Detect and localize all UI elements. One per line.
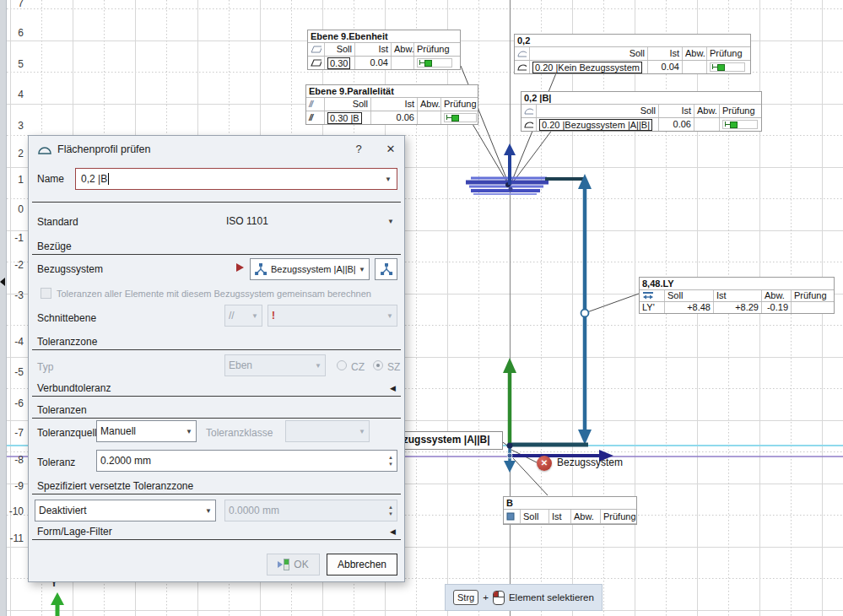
help-button[interactable]: ? <box>348 141 370 158</box>
toleranzklasse-label: Toleranzklasse <box>206 427 273 439</box>
soll-value: 0.20 |Bezugssystem |A||B| <box>539 119 652 131</box>
abw-value <box>694 118 720 131</box>
ruler-label: -8 <box>5 454 24 466</box>
ist-value: 0.04 <box>648 61 683 73</box>
datum-system-axes[interactable] <box>503 358 613 473</box>
ruler-label: -4 <box>5 336 24 348</box>
col-header-soll: Soll <box>325 98 371 111</box>
chevron-down-icon: ▼ <box>387 218 394 225</box>
table-title: 0,2 |B| <box>521 92 761 105</box>
toleranzquelle-dropdown[interactable]: Manuell ▼ <box>96 420 197 442</box>
row-label: LY' <box>640 302 665 313</box>
ok-button[interactable]: OK <box>267 554 320 575</box>
surface-profile-icon <box>521 118 537 131</box>
collapse-arrow-icon[interactable]: ◀ <box>390 527 396 536</box>
col-header-pruefung: Prüfung <box>720 105 763 117</box>
chevron-down-icon[interactable]: ▼ <box>385 176 392 183</box>
pruefung-indicator <box>441 111 479 124</box>
typ-value: Eben <box>229 359 311 371</box>
ruler-label: 3 <box>5 120 24 132</box>
ruler-label: -10 <box>5 505 24 517</box>
datum-axis-label: Bezugssystem <box>557 457 623 468</box>
flatness-icon <box>308 57 325 69</box>
section-form-lage-filter: Form/Lage-Filter <box>37 526 112 538</box>
col-header-soll: Soll <box>537 105 659 117</box>
required-marker-icon <box>236 263 244 272</box>
ruler-label: 5 <box>5 58 24 70</box>
pruefung-value <box>792 302 835 313</box>
gemeinsam-berechnen-checkbox[interactable] <box>41 288 51 299</box>
standard-dropdown[interactable]: ISO 1101 ▼ <box>223 210 397 232</box>
radio-cz-label: CZ <box>351 361 365 373</box>
schnittebene-mode-dropdown: // ▼ <box>224 305 262 327</box>
datum-system-icon <box>254 263 267 275</box>
toleranzquelle-label: Toleranzquelle <box>37 427 102 439</box>
hint-tooltip: Strg + Element selektieren <box>445 584 603 611</box>
col-header-ist: Ist <box>549 510 571 523</box>
col-header-ist: Ist <box>714 290 762 301</box>
annotation-table-profil-mit-bezug[interactable]: 0,2 |B| Soll Ist Abw. Prüfung 0.20 |Bezu… <box>521 91 762 132</box>
pruefung-indicator <box>414 57 462 69</box>
col-header-abw: Abw. <box>571 510 601 523</box>
select-datum-system-button[interactable] <box>375 258 397 280</box>
col-header-abw: Abw. <box>694 105 720 117</box>
ruler-label: 1 <box>5 174 24 186</box>
toleranz-input[interactable]: 0.2000 mm ▲▼ <box>96 450 397 472</box>
soll-value: +8.48 <box>665 302 714 313</box>
col-header-ist: Ist <box>371 98 418 111</box>
ist-value: +8.29 <box>714 302 762 313</box>
col-header-soll: Soll <box>521 510 549 523</box>
ist-value: 0.06 <box>371 111 418 124</box>
col-header-abw: Abw. <box>392 43 414 56</box>
hint-text: Element selektieren <box>509 592 594 602</box>
name-input[interactable]: 0,2 |B ▼ <box>75 168 397 190</box>
col-header-abw: Abw. <box>683 47 707 60</box>
section-versetzte-toleranzzone: Spezifiziert versetzte Toleranzzone <box>37 480 193 492</box>
annotation-table-parallelitaet[interactable]: Ebene 9.Parallelität // Soll Ist Abw. Pr… <box>305 84 478 125</box>
name-label: Name <box>37 173 64 185</box>
versetzte-zone-dropdown[interactable]: Deaktiviert ▼ <box>35 500 216 521</box>
toleranzquelle-value: Manuell <box>100 425 182 437</box>
ruler-label: 2 <box>5 148 24 159</box>
divider <box>32 418 401 419</box>
standard-label: Standard <box>37 216 78 228</box>
chevron-down-icon: ▼ <box>186 428 192 435</box>
col-header-abw: Abw. <box>762 290 792 301</box>
col-header-soll: Soll <box>665 290 714 301</box>
col-header-pruefung: Prüfung <box>441 98 479 111</box>
surface-profile-icon <box>37 144 52 155</box>
panel-expand-arrow-icon[interactable] <box>0 278 5 286</box>
surface-profile-icon <box>515 47 530 60</box>
dimension-line-ly[interactable] <box>545 174 592 445</box>
distance-icon <box>640 290 665 301</box>
collapse-arrow-icon[interactable]: ◀ <box>390 384 396 392</box>
soll-value: 0.20 |Kein Bezugssystem <box>532 62 642 73</box>
standard-value: ISO 1101 <box>226 215 384 227</box>
annotation-table-ebenheit[interactable]: Ebene 9.Ebenheit Soll Ist Abw. Prüfung 0… <box>307 30 461 70</box>
annotation-table-profil-ohne-bezug[interactable]: 0,2 Soll Ist Abw. Prüfung 0.20 |Kein Bez… <box>514 34 751 74</box>
cancel-button[interactable]: Abbrechen <box>327 554 397 575</box>
schnittebene-dropdown: ! ▼ <box>267 305 397 327</box>
radio-cz <box>337 360 347 370</box>
ruler-label: 0 <box>5 203 24 215</box>
measured-plane-element[interactable] <box>466 178 548 194</box>
warning-icon: ! <box>272 310 275 322</box>
chevron-down-icon: ▼ <box>359 428 365 435</box>
spinner-arrows-icon: ▲▼ <box>388 505 393 516</box>
bezugssystem-dropdown[interactable]: Bezugssystem |A||B| ▼ <box>250 258 370 280</box>
chevron-down-icon: ▼ <box>315 362 322 370</box>
toleranzklasse-dropdown: ▼ <box>285 420 370 442</box>
ruler-label: -11 <box>5 532 24 544</box>
versetzte-zone-amount-input: 0.0000 mm ▲▼ <box>224 500 397 521</box>
surface-profile-icon <box>515 61 530 73</box>
error-x-icon: ✕ <box>537 456 552 471</box>
close-button[interactable]: ✕ <box>380 141 402 158</box>
spinner-arrows-icon[interactable]: ▲▼ <box>388 455 393 467</box>
versetzte-zone-value: Deaktiviert <box>39 505 202 516</box>
ruler-label: -7 <box>5 427 24 439</box>
ruler-label: -2 <box>5 259 24 271</box>
col-header-pruefung: Prüfung <box>414 43 462 56</box>
annotation-table-datum-b[interactable]: B Soll Ist Abw. Prüfung <box>503 496 637 525</box>
toleranz-label: Toleranz <box>37 457 75 468</box>
annotation-table-ly-distance[interactable]: 8,48.LY Soll Ist Abw. Prüfung LY' +8.48 … <box>639 277 835 314</box>
